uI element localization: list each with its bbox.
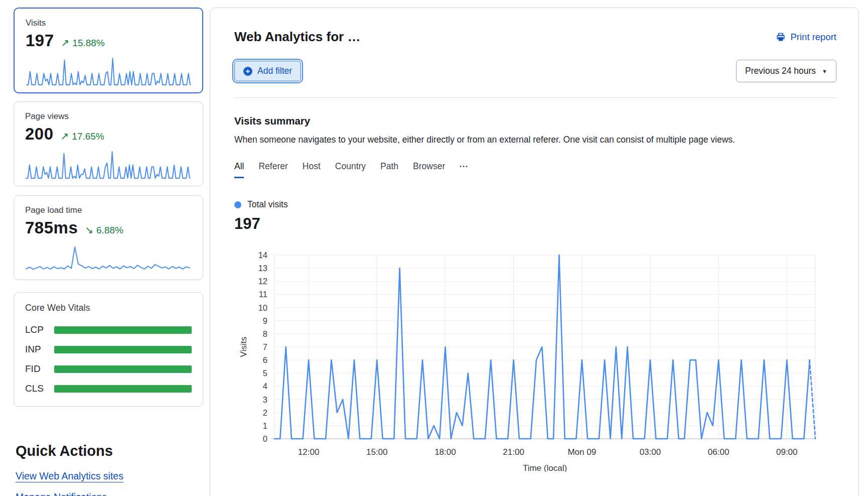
svg-text:Mon 09: Mon 09 <box>567 447 596 457</box>
svg-text:Visits: Visits <box>239 337 248 357</box>
cwv-metric-label: CLS <box>25 383 54 394</box>
time-range-dropdown[interactable]: Previous 24 hours ▼ <box>736 60 836 82</box>
svg-text:21:00: 21:00 <box>503 447 524 457</box>
metric-value: 200 <box>25 125 54 144</box>
svg-text:3: 3 <box>263 395 267 404</box>
visits-summary-section: Visits summary When someone navigates to… <box>210 98 858 474</box>
tab-path[interactable]: Path <box>380 161 398 178</box>
cwv-bar-good <box>54 346 192 353</box>
sparkline-chart <box>25 242 191 274</box>
cwv-row-inp: INP <box>25 344 192 355</box>
svg-text:12: 12 <box>258 277 267 286</box>
metric-title: Page views <box>25 111 192 121</box>
printer-icon <box>776 32 786 42</box>
sidebar: Visits 197 ↗15.88% Page views 200 ↗17.65… <box>14 8 203 496</box>
svg-text:9: 9 <box>263 316 267 325</box>
chevron-down-icon: ▼ <box>822 68 827 74</box>
metric-delta: ↗15.88% <box>61 37 105 49</box>
metric-delta: ↗17.65% <box>61 130 104 142</box>
print-report-label: Print report <box>790 32 836 43</box>
chart-legend: Total visits <box>234 199 834 210</box>
cwv-bar-good <box>54 385 192 393</box>
trend-up-icon: ↗ <box>61 37 70 49</box>
tab-host[interactable]: Host <box>303 161 321 178</box>
svg-text:4: 4 <box>263 382 267 391</box>
svg-text:13: 13 <box>258 264 267 273</box>
cwv-row-fid: FID <box>25 363 192 375</box>
core-web-vitals-rows: LCPINPFIDCLS <box>25 324 192 394</box>
cwv-row-cls: CLS <box>25 383 192 394</box>
cwv-bar-track <box>54 346 192 353</box>
svg-text:15:00: 15:00 <box>366 447 388 457</box>
quick-actions-title: Quick Actions <box>16 443 203 459</box>
svg-text:12:00: 12:00 <box>298 447 320 457</box>
tab-country[interactable]: Country <box>335 161 366 178</box>
metric-card-visits[interactable]: Visits 197 ↗15.88% <box>14 8 203 93</box>
tab-referer[interactable]: Referer <box>258 161 287 178</box>
delta-percent: 17.65% <box>72 131 104 142</box>
legend-dot-icon <box>234 201 241 208</box>
cwv-bar-track <box>54 385 192 393</box>
dimension-tabs: AllRefererHostCountryPathBrowser••• <box>234 161 834 178</box>
svg-text:03:00: 03:00 <box>640 447 661 457</box>
cwv-metric-label: LCP <box>25 324 54 335</box>
svg-text:5: 5 <box>263 368 267 378</box>
svg-text:0: 0 <box>263 434 267 443</box>
time-range-label: Previous 24 hours <box>745 66 816 76</box>
svg-text:14: 14 <box>258 251 267 260</box>
svg-text:09:00: 09:00 <box>776 447 798 457</box>
plus-icon: + <box>243 67 252 76</box>
delta-percent: 15.88% <box>72 38 104 49</box>
print-report-link[interactable]: Print report <box>776 32 836 43</box>
svg-text:7: 7 <box>263 342 267 351</box>
link-view-web-analytics-sites[interactable]: View Web Analytics sites <box>16 470 123 482</box>
legend-label: Total visits <box>247 199 288 210</box>
core-web-vitals-title: Core Web Vitals <box>25 303 192 313</box>
line-chart: 0123456789101112131412:0015:0018:0021:00… <box>234 247 831 472</box>
tab-all[interactable]: All <box>234 161 244 178</box>
core-web-vitals-card: Core Web Vitals LCPINPFIDCLS <box>14 292 203 407</box>
metric-card-page-load-time[interactable]: Page load time 785ms ↘6.88% <box>14 195 203 280</box>
page: Visits 197 ↗15.88% Page views 200 ↗17.65… <box>0 0 868 496</box>
sparkline-chart <box>26 55 191 86</box>
cwv-row-lcp: LCP <box>25 324 192 335</box>
section-description: When someone navigates to your website, … <box>234 135 834 145</box>
page-title: Web Analytics for … <box>234 29 360 45</box>
trend-up-icon: ↗ <box>61 130 69 142</box>
metric-title: Page load time <box>25 205 192 215</box>
cwv-metric-label: INP <box>25 344 54 355</box>
main-panel: Web Analytics for … Print report + Add f… <box>210 8 859 496</box>
metric-card-page-views[interactable]: Page views 200 ↗17.65% <box>14 101 203 186</box>
svg-text:18:00: 18:00 <box>435 447 456 457</box>
visits-chart: 0123456789101112131412:0015:0018:0021:00… <box>234 247 834 474</box>
svg-text:06:00: 06:00 <box>708 447 730 457</box>
svg-text:11: 11 <box>259 290 267 299</box>
tab-more-ellipsis-icon[interactable]: ••• <box>460 163 469 176</box>
metric-value: 785ms <box>25 218 78 237</box>
svg-text:8: 8 <box>263 329 267 338</box>
cwv-bar-track <box>54 326 192 334</box>
tab-browser[interactable]: Browser <box>413 161 445 178</box>
metric-delta: ↘6.88% <box>85 224 123 236</box>
cwv-bar-good <box>54 365 192 373</box>
metric-value: 197 <box>26 31 54 50</box>
add-filter-label: Add filter <box>257 66 292 76</box>
sparkline-chart <box>25 149 191 180</box>
svg-text:1: 1 <box>263 421 267 430</box>
cwv-metric-label: FID <box>25 363 54 375</box>
svg-text:10: 10 <box>258 303 267 312</box>
delta-percent: 6.88% <box>96 225 123 236</box>
link-manage-notifications[interactable]: Manage Notifications <box>16 491 107 496</box>
section-title: Visits summary <box>234 115 834 127</box>
total-visits-value: 197 <box>234 215 834 233</box>
svg-text:2: 2 <box>263 408 267 417</box>
cwv-bar-good <box>54 326 192 334</box>
svg-text:6: 6 <box>263 355 267 364</box>
metric-title: Visits <box>26 18 191 28</box>
svg-text:Time (local): Time (local) <box>523 463 567 472</box>
cwv-bar-track <box>54 365 192 373</box>
trend-down-icon: ↘ <box>85 224 93 236</box>
main-header: Web Analytics for … Print report + Add f… <box>210 8 858 98</box>
add-filter-button[interactable]: + Add filter <box>234 61 301 81</box>
